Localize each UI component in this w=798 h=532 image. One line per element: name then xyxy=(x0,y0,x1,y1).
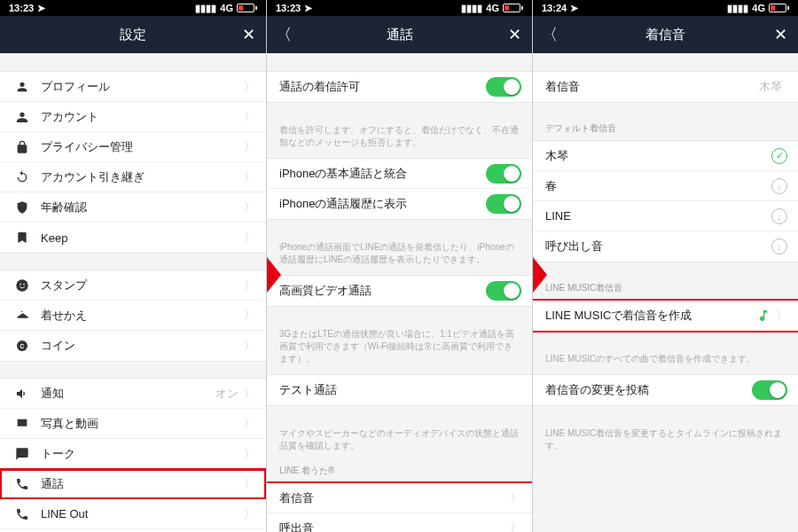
row-hq-video[interactable]: 高画質ビデオ通話 xyxy=(267,276,532,306)
tone-label: 木琴 xyxy=(545,148,771,164)
check-icon: ✓ xyxy=(771,148,787,164)
chevron-right-icon: 〉 xyxy=(510,490,521,506)
row-incoming-permit[interactable]: 通話の着信許可 xyxy=(267,72,532,102)
settings-row[interactable]: プロフィール〉 xyxy=(0,72,266,102)
desc-post: LINE MUSIC着信音を変更するとタイムラインに投稿されます。 xyxy=(533,422,798,461)
desc-hq: 3GまたはLTEの通信状態が良い場合に、1:1ビデオ通話を高画質で利用できます（… xyxy=(267,323,532,374)
settings-group-basic: 通知オン〉写真と動画〉トーク〉通話〉LINE Out〉友だち〉 xyxy=(0,378,266,532)
nav-title: 着信音 xyxy=(645,27,685,43)
chevron-right-icon: 〉 xyxy=(244,230,255,246)
status-time: 13:23 xyxy=(9,3,34,13)
toggle-on[interactable] xyxy=(486,164,521,184)
tone-row[interactable]: 春↓ xyxy=(533,171,798,201)
keep-icon xyxy=(12,231,32,245)
back-icon[interactable]: 〈 xyxy=(542,24,558,45)
status-bar: 13:24➤ ▮▮▮▮4G xyxy=(533,0,798,16)
lock-icon xyxy=(12,140,32,154)
tone-row[interactable]: 木琴✓ xyxy=(533,141,798,171)
status-time: 13:24 xyxy=(542,3,567,13)
settings-row[interactable]: スタンプ〉 xyxy=(0,270,266,301)
chevron-right-icon: 〉 xyxy=(244,386,255,402)
settings-row[interactable]: アカウント引き継ぎ〉 xyxy=(0,162,266,192)
row-label: スタンプ xyxy=(41,278,244,293)
back-icon[interactable]: 〈 xyxy=(276,24,292,45)
tone-row[interactable]: LINE↓ xyxy=(533,201,798,231)
chevron-right-icon: 〉 xyxy=(244,278,255,293)
settings-row[interactable]: LINE Out〉 xyxy=(0,499,266,529)
settings-row[interactable]: 年齢確認〉 xyxy=(0,192,266,223)
settings-row[interactable]: プライバシー管理〉 xyxy=(0,132,266,162)
arrow-icon xyxy=(266,257,281,293)
row-label: 通知 xyxy=(41,386,215,402)
chevron-right-icon: 〉 xyxy=(776,308,787,324)
speaker-icon xyxy=(12,387,32,401)
row-label: 通話 xyxy=(41,476,244,492)
row-label: コイン xyxy=(41,338,244,354)
signal-icon: ▮▮▮▮ xyxy=(461,3,482,14)
phone-icon xyxy=(12,477,32,491)
download-icon[interactable]: ↓ xyxy=(771,208,787,224)
toggle-on[interactable] xyxy=(486,77,521,97)
row-test-call[interactable]: テスト通話 xyxy=(267,375,532,405)
toggle-on[interactable] xyxy=(486,194,521,214)
desc-test: マイクやスピーカーなどのオーディオデバイスの状態と通話品質を確認します。 xyxy=(267,422,532,461)
settings-row[interactable]: 通知オン〉 xyxy=(0,379,266,409)
play-icon xyxy=(12,417,32,431)
settings-row[interactable]: コイン〉 xyxy=(0,331,266,361)
row-calltone[interactable]: 呼出音〉 xyxy=(267,513,532,532)
close-icon[interactable]: ✕ xyxy=(242,25,255,44)
tone-label: LINE xyxy=(545,209,771,223)
row-label: 年齢確認 xyxy=(41,200,244,215)
row-iphone-history[interactable]: iPhoneの通話履歴に表示 xyxy=(267,189,532,219)
shield-icon xyxy=(12,200,32,215)
panel-call: 13:23➤ ▮▮▮▮4G 〈 通話 ✕ 通話の着信許可 着信を許可します。オフ… xyxy=(266,0,532,532)
row-label: アカウント xyxy=(41,109,244,125)
row-post-change[interactable]: 着信音の変更を投稿 xyxy=(533,375,798,405)
row-iphone-integrate[interactable]: iPhoneの基本通話と統合 xyxy=(267,159,532,189)
refresh-icon xyxy=(12,170,32,184)
nav-bar: 設定 ✕ xyxy=(0,16,266,53)
battery-icon xyxy=(237,4,257,12)
row-label: プライバシー管理 xyxy=(41,139,244,155)
row-make-ringtone[interactable]: LINE MUSICで着信音を作成〉 xyxy=(533,301,798,331)
settings-row[interactable]: Keep〉 xyxy=(0,223,266,253)
row-label: トーク xyxy=(41,446,244,462)
chevron-right-icon: 〉 xyxy=(244,416,255,432)
toggle-on[interactable] xyxy=(752,380,787,400)
coin-icon xyxy=(12,339,32,353)
chevron-right-icon: 〉 xyxy=(244,169,255,185)
settings-row[interactable]: アカウント〉 xyxy=(0,102,266,132)
smile-icon xyxy=(12,278,32,293)
panel-ringtone: 13:24➤ ▮▮▮▮4G 〈 着信音 ✕ 着信音木琴 デフォルト着信音 木琴✓… xyxy=(532,0,798,532)
battery-icon xyxy=(769,4,789,12)
desc-permit: 着信を許可します。オフにすると、着信だけでなく、不在通知などのメッセージも拒否し… xyxy=(267,119,532,158)
location-icon: ➤ xyxy=(304,3,312,14)
signal-icon: ▮▮▮▮ xyxy=(195,3,216,14)
current-value: 木琴 xyxy=(759,79,782,95)
battery-icon xyxy=(503,4,523,12)
download-icon[interactable]: ↓ xyxy=(771,178,787,194)
chevron-right-icon: 〉 xyxy=(244,109,255,125)
settings-row[interactable]: 着せかえ〉 xyxy=(0,301,266,331)
toggle-on[interactable] xyxy=(486,281,521,301)
nav-title: 設定 xyxy=(120,27,146,43)
chevron-right-icon: 〉 xyxy=(244,200,255,215)
chevron-right-icon: 〉 xyxy=(244,139,255,155)
tone-row[interactable]: 呼び出し音↓ xyxy=(533,231,798,262)
row-ringtone[interactable]: 着信音〉 xyxy=(267,483,532,513)
settings-row[interactable]: トーク〉 xyxy=(0,439,266,469)
close-icon[interactable]: ✕ xyxy=(774,25,787,44)
location-icon: ➤ xyxy=(37,3,45,14)
chevron-right-icon: 〉 xyxy=(510,520,521,532)
row-label: LINE Out xyxy=(41,507,244,520)
chevron-right-icon: 〉 xyxy=(244,506,255,522)
download-icon[interactable]: ↓ xyxy=(771,239,787,254)
status-bar: 13:23➤ ▮▮▮▮4G xyxy=(267,0,532,16)
row-label: プロフィール xyxy=(41,79,244,95)
header-music: LINE MUSIC着信音 xyxy=(533,278,798,300)
settings-row[interactable]: 通話〉 xyxy=(0,469,266,499)
close-icon[interactable]: ✕ xyxy=(508,25,521,44)
row-value: オン xyxy=(215,386,239,402)
arrow-icon xyxy=(532,257,547,293)
settings-row[interactable]: 写真と動画〉 xyxy=(0,409,266,439)
